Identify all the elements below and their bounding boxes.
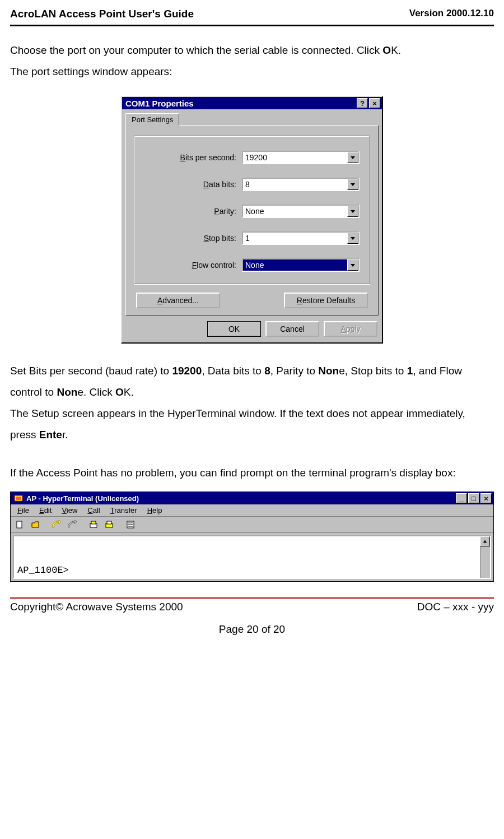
- paragraph-3: The Setup screen appears in the HyperTer…: [10, 403, 494, 446]
- tab-strip: Port Settings: [122, 109, 382, 125]
- parity-label: Parity:: [152, 207, 236, 216]
- stop-bits-value: 1: [243, 233, 347, 244]
- flow-control-label: Flow control:: [152, 261, 236, 270]
- menubar: File Edit View Call Transfer Help: [11, 504, 493, 517]
- svg-marker-1: [351, 183, 355, 186]
- svg-marker-2: [351, 210, 355, 213]
- bits-per-second-combo[interactable]: 19200: [242, 151, 360, 164]
- bits-per-second-label: Bits per second:: [152, 153, 236, 162]
- toolbar-separator: [81, 518, 85, 531]
- open-file-icon[interactable]: [29, 518, 42, 531]
- menu-call[interactable]: Call: [83, 506, 104, 515]
- maximize-icon[interactable]: □: [468, 493, 479, 503]
- chevron-down-icon[interactable]: [347, 206, 358, 217]
- apply-button: Apply: [324, 321, 377, 337]
- menu-transfer[interactable]: Transfer: [106, 506, 142, 515]
- tab-panel: Bits per second: 19200 Data bits: 8: [125, 125, 379, 316]
- chevron-down-icon[interactable]: [347, 233, 358, 244]
- chevron-down-icon[interactable]: [347, 152, 358, 163]
- dialog-titlebar: COM1 Properties ? ×: [122, 97, 382, 109]
- minimize-icon[interactable]: _: [456, 493, 467, 503]
- page-footer: Copyright© Acrowave Systems 2000 DOC – x…: [10, 599, 494, 613]
- close-icon[interactable]: ×: [369, 98, 380, 108]
- menu-view[interactable]: View: [57, 506, 82, 515]
- paragraph-2: Set Bits per second (baud rate) to 19200…: [10, 360, 494, 403]
- help-icon[interactable]: ?: [357, 98, 368, 108]
- connect-icon[interactable]: [50, 518, 63, 531]
- svg-marker-0: [351, 156, 355, 159]
- parity-combo[interactable]: None: [242, 205, 360, 218]
- hyperterminal-window: AP - HyperTerminal (Unlicensed) _ □ × Fi…: [10, 492, 494, 582]
- svg-rect-9: [91, 521, 96, 524]
- svg-rect-7: [17, 521, 22, 528]
- data-bits-value: 8: [243, 179, 347, 190]
- stop-bits-label: Stop bits:: [152, 234, 236, 243]
- toolbar-separator: [44, 518, 48, 531]
- chevron-down-icon[interactable]: [347, 179, 358, 190]
- page-header: AcroLAN Access Point User's Guide Versio…: [10, 6, 494, 26]
- dialog-title: COM1 Properties: [125, 99, 194, 108]
- parity-value: None: [243, 206, 347, 217]
- doc-number: DOC – xxx - yyy: [417, 601, 494, 613]
- paragraph-1: Choose the port on your computer to whic…: [10, 40, 494, 82]
- page-number: Page 20 of 20: [10, 623, 494, 636]
- toolbar: [11, 517, 493, 533]
- ok-button[interactable]: OK: [207, 321, 261, 337]
- svg-marker-16: [483, 540, 487, 543]
- properties-icon[interactable]: [124, 518, 137, 531]
- com1-properties-dialog: COM1 Properties ? × Port Settings Bits p…: [121, 96, 383, 344]
- copyright: Copyright© Acrowave Systems 2000: [10, 601, 183, 613]
- doc-title: AcroLAN Access Point User's Guide: [10, 8, 194, 20]
- stop-bits-combo[interactable]: 1: [242, 231, 360, 245]
- flow-control-value: None: [243, 259, 347, 271]
- new-file-icon[interactable]: [13, 518, 26, 531]
- toolbar-separator: [118, 518, 122, 531]
- terminal-prompt: AP_1100E>: [17, 565, 69, 576]
- svg-rect-11: [107, 521, 111, 524]
- receive-icon[interactable]: [102, 518, 116, 531]
- chevron-down-icon[interactable]: [347, 259, 358, 271]
- app-icon: [14, 494, 23, 503]
- svg-marker-4: [351, 264, 355, 267]
- scroll-up-icon[interactable]: [480, 536, 490, 546]
- tab-port-settings[interactable]: Port Settings: [125, 113, 179, 126]
- send-icon[interactable]: [87, 518, 100, 531]
- advanced-button[interactable]: Advanced...: [136, 293, 220, 308]
- svg-marker-3: [351, 237, 355, 240]
- bits-per-second-value: 19200: [243, 152, 347, 163]
- flow-control-combo[interactable]: None: [242, 258, 360, 272]
- terminal-output[interactable]: AP_1100E>: [13, 535, 491, 579]
- svg-rect-6: [16, 497, 21, 500]
- doc-version: Version 2000.12.10: [409, 8, 494, 20]
- disconnect-icon[interactable]: [66, 518, 79, 531]
- restore-defaults-button[interactable]: Restore Defaults: [284, 293, 368, 308]
- close-icon[interactable]: ×: [480, 493, 492, 503]
- data-bits-combo[interactable]: 8: [242, 178, 360, 191]
- hyperterminal-titlebar: AP - HyperTerminal (Unlicensed) _ □ ×: [11, 492, 493, 504]
- menu-edit[interactable]: Edit: [35, 506, 56, 515]
- paragraph-4: If the Access Point has no problem, you …: [10, 462, 494, 484]
- menu-help[interactable]: Help: [143, 506, 167, 515]
- menu-file[interactable]: File: [13, 506, 34, 515]
- hyperterminal-title: AP - HyperTerminal (Unlicensed): [26, 494, 139, 503]
- settings-group: Bits per second: 19200 Data bits: 8: [134, 136, 370, 285]
- data-bits-label: Data bits:: [152, 180, 236, 189]
- cancel-button[interactable]: Cancel: [265, 321, 319, 337]
